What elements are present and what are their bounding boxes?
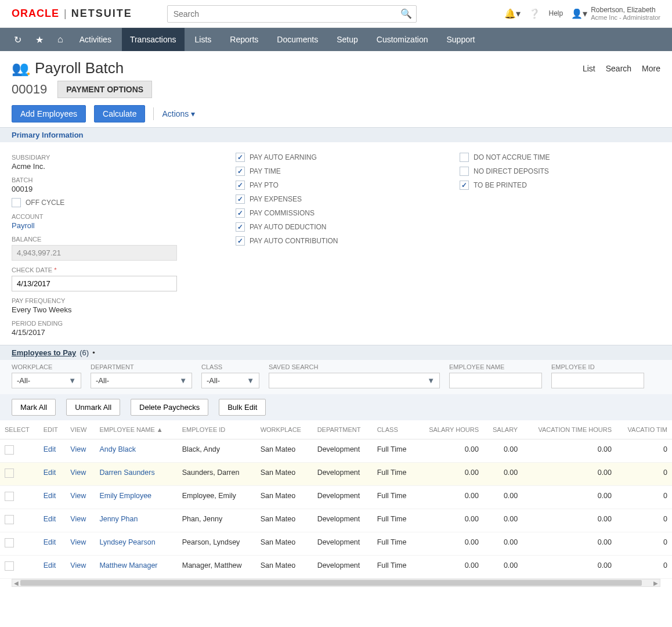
- favorite-icon[interactable]: ★: [30, 34, 49, 45]
- edit-link[interactable]: Edit: [44, 561, 56, 570]
- help-label[interactable]: Help: [548, 9, 563, 17]
- view-link[interactable]: View: [70, 561, 86, 570]
- notifications-icon[interactable]: 🔔▾: [504, 8, 521, 19]
- row-checkbox[interactable]: [5, 561, 14, 571]
- vacation-time-hours: 0.00: [522, 486, 616, 509]
- checkbox-pay-auto-deduction[interactable]: [236, 222, 245, 232]
- col-header[interactable]: DEPARTMENT: [313, 420, 373, 439]
- recent-icon[interactable]: ↻: [8, 34, 27, 45]
- class: Full Time: [373, 509, 417, 532]
- scrollbar-thumb[interactable]: [20, 580, 642, 586]
- employees-tab[interactable]: Employees to Pay: [12, 348, 76, 357]
- employee-name-link[interactable]: Emily Employee: [99, 492, 151, 500]
- nav-reports[interactable]: Reports: [222, 28, 266, 51]
- edit-link[interactable]: Edit: [44, 492, 56, 500]
- col-header[interactable]: VIEW: [66, 420, 95, 439]
- col-header[interactable]: EMPLOYEE ID: [178, 420, 256, 439]
- salary-hours: 0.00: [416, 486, 483, 509]
- scroll-right-icon[interactable]: ▶: [652, 579, 660, 587]
- search-icon[interactable]: 🔍: [400, 8, 412, 19]
- view-link[interactable]: View: [70, 469, 86, 477]
- col-header[interactable]: SALARY: [483, 420, 522, 439]
- col-header[interactable]: EMPLOYEE NAME ▲: [95, 420, 177, 439]
- workplace-filter[interactable]: -All-▼: [12, 373, 81, 388]
- help-icon[interactable]: ❔: [529, 8, 540, 19]
- checkbox-pay-commissions[interactable]: [236, 208, 245, 218]
- employee-name-link[interactable]: Andy Black: [99, 445, 136, 453]
- unmark-all-button[interactable]: Unmark All: [66, 399, 120, 416]
- row-checkbox[interactable]: [5, 469, 14, 478]
- chevron-down-icon: ▼: [247, 376, 254, 385]
- row-checkbox[interactable]: [5, 515, 14, 524]
- view-link[interactable]: View: [70, 445, 86, 453]
- checkbox-pay-expenses[interactable]: [236, 194, 245, 204]
- workplace: San Mateo: [256, 532, 313, 556]
- nav-customization[interactable]: Customization: [368, 28, 436, 51]
- employee-name-link[interactable]: Matthew Manager: [99, 561, 157, 570]
- search-link[interactable]: Search: [606, 64, 631, 73]
- home-icon[interactable]: ⌂: [52, 34, 69, 45]
- view-link[interactable]: View: [70, 492, 86, 500]
- bulk-edit-button[interactable]: Bulk Edit: [219, 399, 266, 416]
- class: Full Time: [373, 532, 417, 556]
- workplace: San Mateo: [256, 486, 313, 509]
- nav-support[interactable]: Support: [438, 28, 483, 51]
- actions-menu[interactable]: Actions ▾: [162, 109, 195, 118]
- more-link[interactable]: More: [642, 64, 660, 73]
- col-header[interactable]: WORKPLACE: [256, 420, 313, 439]
- row-checkbox[interactable]: [5, 445, 14, 455]
- offcycle-checkbox[interactable]: [12, 198, 21, 207]
- user-menu[interactable]: 👤▾ Robertson, Elizabeth Acme Inc - Admin…: [571, 6, 660, 22]
- checkbox-pay-auto-earning[interactable]: [236, 153, 245, 162]
- nav-transactions[interactable]: Transactions: [122, 28, 185, 51]
- row-checkbox[interactable]: [5, 492, 14, 501]
- employee-id: Manager, Matthew: [178, 556, 256, 579]
- period-label: PERIOD ENDING: [12, 320, 212, 327]
- employee-name-link[interactable]: Darren Saunders: [99, 469, 154, 477]
- edit-link[interactable]: Edit: [44, 445, 56, 453]
- mark-all-button[interactable]: Mark All: [12, 399, 56, 416]
- employee-name-link[interactable]: Lyndsey Pearson: [99, 538, 155, 546]
- savedsearch-filter[interactable]: ▼: [269, 373, 440, 388]
- calculate-button[interactable]: Calculate: [94, 105, 145, 122]
- payment-options-button[interactable]: PAYMENT OPTIONS: [57, 81, 152, 98]
- edit-link[interactable]: Edit: [44, 469, 56, 477]
- nav-lists[interactable]: Lists: [187, 28, 220, 51]
- edit-link[interactable]: Edit: [44, 515, 56, 523]
- col-header[interactable]: SALARY HOURS: [416, 420, 483, 439]
- empname-filter[interactable]: [449, 373, 542, 388]
- nav-setup[interactable]: Setup: [328, 28, 366, 51]
- col-header[interactable]: VACATIO TIM: [616, 420, 672, 439]
- col-header[interactable]: SELECT: [0, 420, 39, 439]
- view-link[interactable]: View: [70, 515, 86, 523]
- list-link[interactable]: List: [583, 64, 595, 73]
- row-checkbox[interactable]: [5, 538, 14, 547]
- class-filter[interactable]: -All-▼: [201, 373, 259, 388]
- search-input[interactable]: [167, 5, 417, 23]
- col-header[interactable]: EDIT: [39, 420, 66, 439]
- delete-paychecks-button[interactable]: Delete Paychecks: [131, 399, 208, 416]
- empid-filter[interactable]: [551, 373, 644, 388]
- horizontal-scrollbar[interactable]: ◀ ▶: [12, 579, 660, 587]
- nav-documents[interactable]: Documents: [269, 28, 326, 51]
- add-employees-button[interactable]: Add Employees: [12, 105, 86, 122]
- nav-activities[interactable]: Activities: [71, 28, 120, 51]
- topbar-right: 🔔▾ ❔ Help 👤▾ Robertson, Elizabeth Acme I…: [504, 6, 660, 22]
- col-header[interactable]: CLASS: [373, 420, 417, 439]
- checkbox-to-be-printed[interactable]: [460, 181, 469, 190]
- checkbox-no-direct-deposits[interactable]: [460, 167, 469, 176]
- checkdate-input[interactable]: [12, 276, 177, 291]
- checkbox-pay-time[interactable]: [236, 167, 245, 176]
- scroll-left-icon[interactable]: ◀: [12, 579, 20, 587]
- global-search: 🔍: [167, 5, 417, 23]
- employee-name-link[interactable]: Jenny Phan: [99, 515, 138, 523]
- checkbox-pay-pto[interactable]: [236, 181, 245, 190]
- col-header[interactable]: VACATION TIME HOURS: [522, 420, 616, 439]
- department: Development: [313, 509, 373, 532]
- view-link[interactable]: View: [70, 538, 86, 546]
- edit-link[interactable]: Edit: [44, 538, 56, 546]
- department-filter[interactable]: -All-▼: [91, 373, 192, 388]
- checkbox-pay-auto-contribution[interactable]: [236, 236, 245, 246]
- checkbox-do-not-accrue-time[interactable]: [460, 153, 469, 162]
- account-value[interactable]: Payroll: [12, 221, 212, 230]
